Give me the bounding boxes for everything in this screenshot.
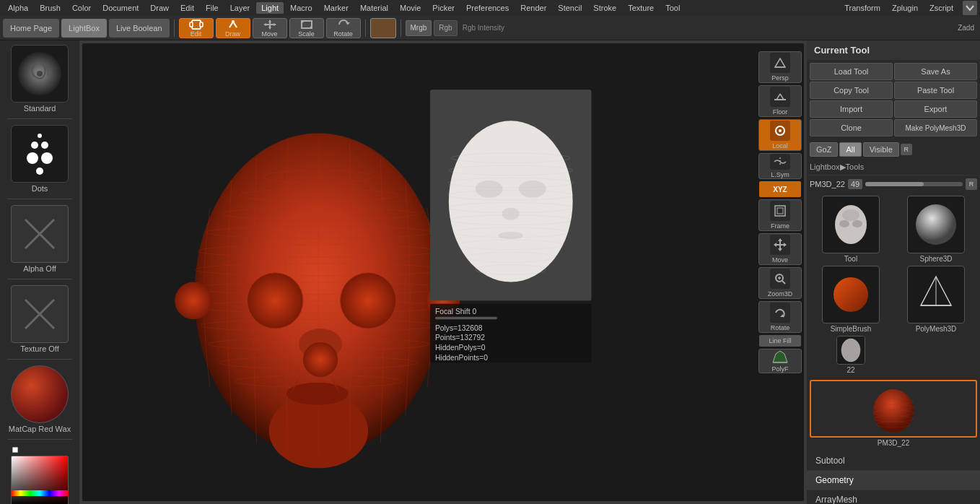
- scale-tool-button[interactable]: Scale: [289, 18, 324, 38]
- tool-thumb-sphere3d-img[interactable]: [907, 196, 965, 253]
- move-tool-button[interactable]: Move: [253, 18, 287, 38]
- rotate-tool-button[interactable]: Rotate: [326, 18, 361, 38]
- viewport-3d[interactable]: Focal Shift 0 Polys=132608 Points=132792…: [83, 51, 598, 500]
- tool-thumb-simplebrush-img[interactable]: [822, 266, 880, 323]
- rotate-view-button[interactable]: Rotate: [758, 301, 802, 333]
- menu-zscript[interactable]: Zscript: [924, 2, 958, 14]
- visible-button[interactable]: Visible: [863, 142, 899, 157]
- menu-material[interactable]: Material: [355, 2, 393, 14]
- pm3d-slider[interactable]: [865, 182, 963, 186]
- rgb-button[interactable]: Rgb: [434, 20, 457, 36]
- import-button[interactable]: Import: [810, 100, 893, 118]
- home-page-button[interactable]: Home Page: [3, 19, 59, 38]
- menu-alpha[interactable]: Alpha: [3, 2, 33, 14]
- svg-text:Polys=132608: Polys=132608: [435, 324, 483, 332]
- menu-tool[interactable]: Tool: [660, 2, 685, 14]
- all-button[interactable]: All: [839, 142, 861, 157]
- tool-thumb-polymesh3d[interactable]: PolyMesh3D: [895, 266, 977, 333]
- pm3d22-selected-thumb[interactable]: [810, 380, 977, 438]
- svg-point-99: [841, 339, 861, 362]
- pm3d-r-button[interactable]: R: [966, 178, 977, 190]
- menu-file[interactable]: File: [201, 2, 224, 14]
- menu-stencil[interactable]: Stencil: [553, 2, 587, 14]
- alpha-preview[interactable]: [11, 205, 69, 263]
- make-polymesh-button[interactable]: Make PolyMesh3D: [894, 119, 977, 136]
- menu-picker[interactable]: Picker: [427, 2, 460, 14]
- tool-thumb-22[interactable]: 22: [810, 336, 892, 374]
- texture-preview[interactable]: [11, 285, 69, 343]
- menu-layer[interactable]: Layer: [225, 2, 255, 14]
- tool-thumb-22-img[interactable]: [836, 336, 865, 365]
- lightbox-tools-row[interactable]: Lightbox▶Tools: [807, 160, 980, 175]
- svg-text:HiddenPoints=0: HiddenPoints=0: [435, 354, 488, 362]
- brush-item-dots[interactable]: Dots: [5, 125, 74, 193]
- matcap-item[interactable]: MatCap Red Wax: [5, 365, 74, 433]
- menu-macro[interactable]: Macro: [285, 2, 318, 14]
- texture-off-item[interactable]: Texture Off: [5, 285, 74, 353]
- mrgb-button[interactable]: Mrgb: [406, 20, 432, 36]
- menu-marker[interactable]: Marker: [319, 2, 354, 14]
- clone-button[interactable]: Clone: [810, 119, 893, 136]
- tool-thumb-sphere3d[interactable]: Sphere3D: [895, 196, 977, 263]
- copy-tool-button[interactable]: Copy Tool: [810, 82, 893, 99]
- menu-light[interactable]: Light: [256, 2, 284, 14]
- export-button[interactable]: Export: [894, 100, 977, 118]
- r-button[interactable]: R: [901, 144, 912, 155]
- live-boolean-button[interactable]: Live Boolean: [109, 19, 170, 38]
- menu-zplugin[interactable]: Zplugin: [887, 2, 923, 14]
- lsym-button[interactable]: L.Sym: [758, 153, 802, 179]
- geometry-item[interactable]: Geometry: [807, 471, 980, 490]
- hue-slider[interactable]: [11, 490, 69, 496]
- lightbox-button[interactable]: LightBox: [61, 19, 107, 38]
- goz-button[interactable]: GoZ: [810, 142, 838, 157]
- menu-movie[interactable]: Movie: [395, 2, 426, 14]
- current-tool-header: Current Tool: [807, 40, 980, 60]
- xyz-button[interactable]: XYZ: [759, 181, 801, 197]
- edit-tool-button[interactable]: Edit: [179, 18, 214, 38]
- menu-draw[interactable]: Draw: [145, 2, 174, 14]
- color-picker-area[interactable]: [11, 446, 69, 496]
- menu-document[interactable]: Document: [97, 2, 144, 14]
- matcap-preview[interactable]: [11, 365, 69, 423]
- move-view-button[interactable]: Move: [758, 233, 802, 265]
- local-button[interactable]: Local: [758, 119, 802, 151]
- brush-preview[interactable]: [370, 18, 396, 38]
- svg-point-71: [779, 129, 782, 132]
- svg-rect-1: [190, 22, 193, 27]
- linefill-button[interactable]: Line Fill: [759, 335, 801, 347]
- zoom3d-button[interactable]: Zoom3D: [758, 267, 802, 299]
- arraymesh-item[interactable]: ArrayMesh: [807, 490, 980, 504]
- brush-item-standard[interactable]: Standard: [5, 45, 74, 113]
- floor-button[interactable]: Floor: [758, 85, 802, 117]
- tool-thumb-simplebrush[interactable]: SimpleBrush: [810, 266, 892, 333]
- tool-thumb-tool[interactable]: Tool: [810, 196, 892, 263]
- save-as-button[interactable]: Save As: [894, 63, 977, 80]
- menu-color[interactable]: Color: [67, 2, 96, 14]
- alpha-off-item[interactable]: Alpha Off: [5, 205, 74, 273]
- persp-button[interactable]: Persp: [758, 51, 802, 83]
- menu-transform[interactable]: Transform: [839, 2, 885, 14]
- canvas-area[interactable]: Focal Shift 0 Polys=132608 Points=132792…: [79, 40, 807, 504]
- polyf-button[interactable]: PolyF: [758, 349, 802, 373]
- load-tool-button[interactable]: Load Tool: [810, 63, 893, 80]
- menu-render[interactable]: Render: [515, 2, 551, 14]
- menu-texture[interactable]: Texture: [623, 2, 659, 14]
- tool-thumb-polymesh3d-img[interactable]: [907, 266, 965, 323]
- svg-point-45: [476, 181, 503, 198]
- color-picker-item[interactable]: [5, 446, 74, 496]
- menu-stroke[interactable]: Stroke: [588, 2, 621, 14]
- svg-point-3: [232, 20, 235, 23]
- tool-thumb-tool-img[interactable]: [822, 196, 880, 253]
- menu-preferences[interactable]: Preferences: [461, 2, 514, 14]
- menu-brush[interactable]: Brush: [35, 2, 66, 14]
- brush-dots-thumb[interactable]: [11, 125, 69, 183]
- draw-tool-button[interactable]: Draw: [216, 18, 250, 38]
- paste-tool-button[interactable]: Paste Tool: [894, 82, 977, 99]
- frame-button[interactable]: Frame: [758, 199, 802, 231]
- color-gradient[interactable]: [11, 456, 69, 504]
- pm3d-row: PM3D_22 49 R: [807, 175, 980, 193]
- menu-edit[interactable]: Edit: [175, 2, 199, 14]
- subtool-item[interactable]: Subtool: [807, 451, 980, 471]
- collapse-icon[interactable]: [963, 1, 977, 15]
- brush-standard-thumb[interactable]: [11, 45, 69, 103]
